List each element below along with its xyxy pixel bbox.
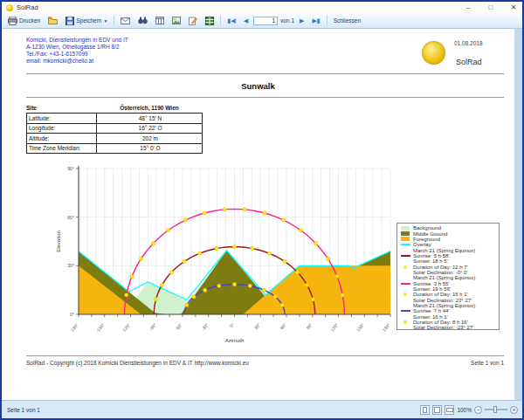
sun-hour-marker — [183, 218, 187, 222]
sun-hour-marker — [232, 282, 236, 286]
save-button[interactable]: Speichern ▼ — [63, 16, 110, 26]
image-icon — [172, 17, 181, 24]
footer-copyright: SolRad - Copyright (c) 2018 Komicki Dien… — [26, 360, 249, 366]
x-tick-label: 90° — [305, 322, 313, 331]
legend-swatch-icon — [401, 237, 411, 241]
toolbar: Drucken Speichern ▼ ▮◀ ◀ — [2, 13, 522, 29]
single-page-view-icon[interactable] — [420, 405, 430, 415]
export-button[interactable] — [203, 16, 217, 26]
site-row-label: Time Zone Meridian: — [27, 144, 97, 154]
app-window: SolRad – □ ✕ Drucken Speichern ▼ — [0, 0, 524, 420]
company-address-block: Komicki, Dienstleistungen in EDV und IT … — [26, 37, 128, 65]
legend-swatch-icon — [401, 226, 411, 231]
page-number-input[interactable] — [253, 17, 278, 25]
site-header-label: Site — [26, 105, 96, 111]
legend-label: Solar Declination: -0° 0' — [413, 270, 468, 275]
legend-line-icon — [401, 255, 411, 257]
sun-hour-marker — [154, 298, 157, 301]
report-title: Sunwalk — [2, 81, 514, 91]
legend-label: Solar Declination: -23° 27' — [413, 325, 473, 330]
sun-hour-marker — [183, 259, 186, 263]
app-sun-icon — [6, 4, 13, 11]
report-preview-area[interactable]: Komicki, Dienstleistungen in EDV und IT … — [2, 29, 522, 400]
two-page-view-icon[interactable] — [432, 405, 442, 415]
zoom-percentage: 100% — [457, 407, 472, 413]
zoom-out-icon[interactable]: − — [474, 406, 482, 414]
first-page-button[interactable]: ▮◀ — [224, 16, 238, 26]
y-tick-label: 0° — [70, 312, 74, 317]
sun-hour-marker — [299, 229, 302, 232]
edit-button[interactable] — [186, 16, 200, 26]
chart-legend: BackgroundMiddle GroundForegroundOverlay… — [396, 223, 500, 330]
sun-hour-marker — [151, 242, 155, 245]
site-row-value: 48° 15' N — [97, 115, 203, 121]
binoculars-icon — [138, 17, 148, 24]
floppy-disk-icon — [66, 17, 74, 25]
close-icon[interactable]: ✕ — [508, 2, 519, 13]
sun-hour-marker — [267, 251, 271, 255]
sun-hour-marker — [232, 244, 236, 248]
sun-hour-marker — [169, 271, 173, 274]
sun-hour-marker — [243, 208, 246, 211]
site-row-value: 15° 0' O — [97, 145, 203, 151]
save-dropdown-icon[interactable]: ▼ — [104, 18, 108, 24]
email-button[interactable] — [118, 17, 133, 25]
legend-label: Overlay — [413, 242, 431, 247]
site-row-value: 16° 22' O — [97, 125, 203, 131]
x-tick-label: -180° — [68, 322, 79, 334]
close-preview-button[interactable]: Schliessen — [331, 17, 363, 24]
image-button[interactable] — [169, 16, 183, 25]
legend-label: Background — [413, 225, 441, 231]
legend-line-icon — [401, 244, 411, 245]
company-line: Komicki, Dienstleistungen in EDV und IT — [26, 37, 128, 44]
zoom-slider-thumb[interactable] — [493, 406, 497, 413]
last-page-button[interactable]: ▶▮ — [309, 16, 322, 26]
minimize-icon[interactable]: – — [463, 2, 473, 13]
title-bar: SolRad – □ ✕ — [2, 2, 522, 13]
toolbar-separator — [114, 16, 114, 25]
close-label: Schliessen — [334, 17, 361, 24]
legend-dot-icon — [401, 320, 411, 324]
columns-button[interactable] — [153, 16, 167, 25]
zoom-slider[interactable] — [485, 409, 507, 410]
print-button[interactable]: Drucken — [5, 16, 43, 26]
legend-label: Sunrise: 7 h 44' — [413, 308, 450, 313]
maximize-icon[interactable]: □ — [486, 2, 496, 13]
sun-hour-marker — [283, 259, 286, 263]
envelope-icon — [121, 17, 130, 24]
x-tick-label: -150° — [94, 322, 105, 334]
sun-hour-marker — [326, 257, 329, 260]
company-line: email: mkomicki@chello.at — [26, 58, 128, 65]
footer-divider — [26, 355, 504, 356]
sun-hour-marker — [215, 246, 218, 250]
export-grid-icon — [205, 17, 214, 25]
sun-hour-marker — [273, 295, 277, 299]
sun-hour-marker — [217, 284, 221, 287]
site-row-label: Longitude: — [27, 124, 97, 134]
x-tick-label: -90° — [148, 322, 157, 332]
legend-label: Sunset: 19 h 56' — [413, 286, 451, 292]
next-page-button[interactable]: ▶ — [297, 16, 307, 26]
legend-label: Duration of Day: 12 h 7' — [413, 265, 468, 270]
legend-label: Duration of Day: 8 h 16' — [413, 320, 468, 325]
legend-dot-icon — [401, 265, 411, 269]
y-tick-label: 60° — [67, 215, 74, 220]
site-table: Site Österreich, 1190 Wien Latitude:48° … — [26, 102, 203, 154]
x-tick-label: 180° — [382, 322, 391, 333]
legend-swatch-icon — [401, 231, 411, 236]
sun-hour-marker — [251, 246, 254, 250]
fit-page-view-icon[interactable] — [445, 405, 454, 415]
status-bar: Seite 1 von 1 100% − + — [2, 400, 522, 418]
company-line: A-1230 Wien, Othellogasse 1/RH 8/2 — [26, 44, 128, 51]
sun-hour-marker — [248, 284, 252, 287]
legend-label: Duration of Day: 16 h 1' — [413, 292, 468, 297]
zoom-in-icon[interactable]: + — [510, 406, 518, 414]
previous-page-button[interactable]: ◀ — [241, 16, 251, 26]
legend-line-icon — [401, 283, 411, 285]
find-button[interactable] — [135, 16, 150, 25]
open-button[interactable] — [45, 16, 60, 25]
legend-label: March 21 (Spring Equinox) — [413, 275, 475, 280]
x-tick-label: 120° — [329, 322, 339, 333]
sun-hour-marker — [263, 211, 266, 215]
x-tick-label: -60° — [174, 322, 183, 332]
